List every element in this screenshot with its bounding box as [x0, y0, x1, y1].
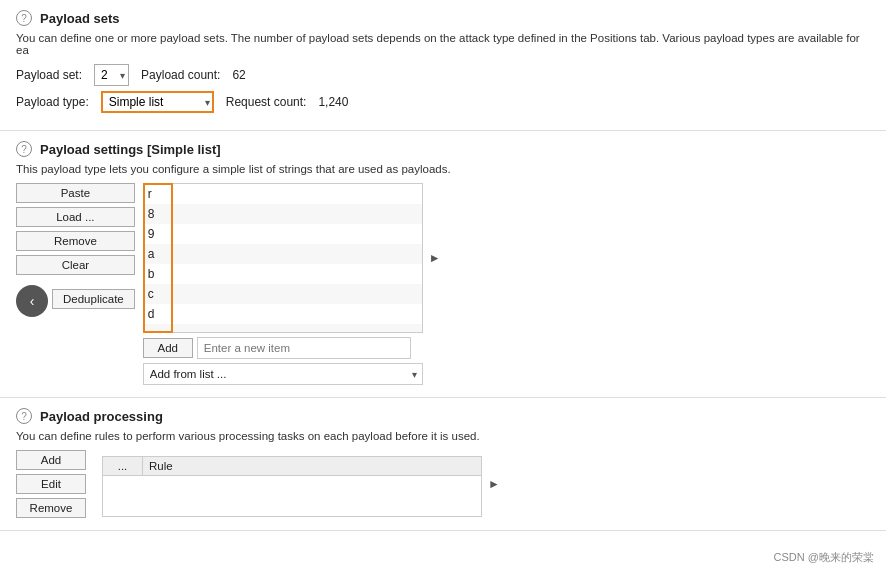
list-scroll-arrow[interactable]: ► — [429, 251, 441, 265]
payload-sets-section: ? Payload sets You can define one or mor… — [0, 0, 886, 131]
payload-settings-title: Payload settings [Simple list] — [40, 142, 221, 157]
list-item[interactable]: a — [144, 244, 422, 264]
payload-settings-help-icon[interactable]: ? — [16, 141, 32, 157]
payload-settings-description: This payload type lets you configure a s… — [16, 163, 870, 175]
list-item[interactable]: b — [144, 264, 422, 284]
processing-col2-header: Rule — [143, 457, 481, 475]
payload-processing-section: ? Payload processing You can define rule… — [0, 398, 886, 531]
request-count-value: 1,240 — [318, 95, 348, 109]
processing-add-button[interactable]: Add — [16, 450, 86, 470]
payload-settings-header: ? Payload settings [Simple list] — [16, 141, 870, 157]
add-row: Add — [143, 337, 423, 359]
list-item[interactable]: 8 — [144, 204, 422, 224]
processing-table-body — [103, 476, 481, 516]
processing-edit-button[interactable]: Edit — [16, 474, 86, 494]
payload-processing-help-icon[interactable]: ? — [16, 408, 32, 424]
paste-button[interactable]: Paste — [16, 183, 135, 203]
payload-list-box[interactable]: r89abcdefg — [143, 183, 423, 333]
processing-buttons-column: Add Edit Remove — [16, 450, 86, 518]
list-item[interactable]: r — [144, 184, 422, 204]
payload-set-select[interactable]: 2 1 3 — [94, 64, 129, 86]
processing-table: ... Rule — [102, 456, 482, 517]
payload-count-label: Payload count: — [141, 68, 220, 82]
payload-set-select-wrapper: 2 1 3 — [94, 64, 129, 86]
payload-sets-title: Payload sets — [40, 11, 120, 26]
add-from-list-wrapper: Add from list ... — [143, 363, 423, 385]
payload-processing-header: ? Payload processing — [16, 408, 870, 424]
payload-count-value: 62 — [232, 68, 245, 82]
payload-buttons-column: Paste Load ... Remove Clear ‹ Deduplicat… — [16, 183, 135, 385]
payload-set-row: Payload set: 2 1 3 Payload count: 62 — [16, 64, 870, 86]
payload-sets-header: ? Payload sets — [16, 10, 870, 26]
add-input[interactable] — [197, 337, 411, 359]
processing-scroll-arrow[interactable]: ► — [488, 477, 500, 491]
remove-button[interactable]: Remove — [16, 231, 135, 251]
payload-type-row: Payload type: Simple list Runtime file C… — [16, 91, 870, 113]
payload-processing-title: Payload processing — [40, 409, 163, 424]
payload-type-select[interactable]: Simple list Runtime file Custom iterator — [101, 91, 214, 113]
payload-sets-description: You can define one or more payload sets.… — [16, 32, 870, 56]
add-from-list-select[interactable]: Add from list ... — [143, 363, 423, 385]
add-button[interactable]: Add — [143, 338, 193, 358]
payload-set-label: Payload set: — [16, 68, 82, 82]
payload-processing-description: You can define rules to perform various … — [16, 430, 870, 442]
page: ? Payload sets You can define one or mor… — [0, 0, 886, 573]
payload-type-label: Payload type: — [16, 95, 89, 109]
processing-table-wrapper: ... Rule ► — [102, 450, 482, 517]
payload-settings-content: Paste Load ... Remove Clear ‹ Deduplicat… — [16, 183, 870, 385]
deduplicate-circle-button[interactable]: ‹ — [16, 285, 48, 317]
list-item[interactable]: d — [144, 304, 422, 324]
watermark: CSDN @晚来的荣棠 — [774, 550, 874, 565]
processing-remove-button[interactable]: Remove — [16, 498, 86, 518]
payload-list-area: r89abcdefg ► Add Add from list ... — [143, 183, 423, 385]
list-item[interactable]: e — [144, 324, 422, 333]
processing-table-header: ... Rule — [103, 457, 481, 476]
deduplicate-button[interactable]: Deduplicate — [52, 289, 135, 309]
load-button[interactable]: Load ... — [16, 207, 135, 227]
payload-sets-help-icon[interactable]: ? — [16, 10, 32, 26]
clear-button[interactable]: Clear — [16, 255, 135, 275]
processing-col1-header: ... — [103, 457, 143, 475]
payload-type-select-wrapper: Simple list Runtime file Custom iterator — [101, 91, 214, 113]
list-item[interactable]: c — [144, 284, 422, 304]
request-count-label: Request count: — [226, 95, 307, 109]
payload-settings-section: ? Payload settings [Simple list] This pa… — [0, 131, 886, 398]
list-item[interactable]: 9 — [144, 224, 422, 244]
